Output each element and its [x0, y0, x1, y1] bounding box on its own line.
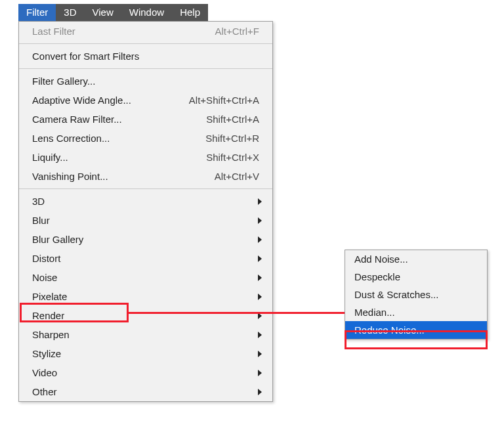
chevron-right-icon — [258, 351, 262, 357]
menu-item-blur-gallery[interactable]: Blur Gallery — [19, 230, 272, 249]
chevron-right-icon — [258, 370, 262, 376]
submenu-item-reduce-noise[interactable]: Reduce Noise... — [345, 321, 487, 339]
separator — [19, 68, 272, 69]
submenu-item-add-noise[interactable]: Add Noise... — [345, 250, 487, 268]
chevron-right-icon — [258, 217, 262, 224]
menubar-item-view[interactable]: View — [85, 4, 121, 21]
menu-item-stylize[interactable]: Stylize — [19, 344, 272, 363]
chevron-right-icon — [258, 236, 262, 243]
submenu-item-label: Median... — [354, 307, 395, 318]
menu-item-label: Pixelate — [32, 291, 67, 302]
menu-item-camera-raw-filter[interactable]: Camera Raw Filter...Shift+Ctrl+A — [19, 110, 272, 129]
menu-item-label: Camera Raw Filter... — [32, 114, 122, 125]
menu-item-vanishing-point[interactable]: Vanishing Point...Alt+Ctrl+V — [19, 167, 272, 186]
chevron-right-icon — [258, 294, 262, 300]
menu-item-label: Last Filter — [32, 26, 75, 37]
menubar: Filter3DViewWindowHelp — [18, 4, 208, 21]
menubar-item-3d[interactable]: 3D — [56, 4, 84, 21]
separator — [19, 188, 272, 189]
menu-item-lens-correction[interactable]: Lens Correction...Shift+Ctrl+R — [19, 129, 272, 148]
menu-item-label: Other — [32, 386, 57, 397]
menubar-item-window[interactable]: Window — [121, 4, 172, 21]
menu-item-distort[interactable]: Distort — [19, 249, 272, 268]
menu-item-blur[interactable]: Blur — [19, 211, 272, 230]
menu-item-video[interactable]: Video — [19, 363, 272, 382]
menu-item-label: Lens Correction... — [32, 133, 110, 144]
chevron-right-icon — [258, 255, 262, 262]
submenu-item-label: Dust & Scratches... — [354, 289, 438, 300]
menu-shortcut: Shift+Ctrl+R — [205, 133, 262, 144]
menu-item-liquify[interactable]: Liquify...Shift+Ctrl+X — [19, 148, 272, 167]
menu-item-convert-for-smart-filters[interactable]: Convert for Smart Filters — [19, 47, 272, 66]
menu-item-label: Liquify... — [32, 152, 68, 163]
submenu-item-despeckle[interactable]: Despeckle — [345, 268, 487, 286]
menu-item-label: 3D — [32, 196, 45, 207]
menu-item-label: Filter Gallery... — [32, 76, 95, 87]
menu-item-3d[interactable]: 3D — [19, 192, 272, 211]
menu-item-label: Noise — [32, 272, 57, 283]
chevron-right-icon — [258, 274, 262, 281]
menu-item-adaptive-wide-angle[interactable]: Adaptive Wide Angle...Alt+Shift+Ctrl+A — [19, 91, 272, 110]
filter-dropdown: Last FilterAlt+Ctrl+FConvert for Smart F… — [18, 21, 273, 402]
menu-item-label: Video — [32, 367, 57, 378]
menu-shortcut: Shift+Ctrl+A — [206, 114, 262, 125]
menu-item-sharpen[interactable]: Sharpen — [19, 325, 272, 344]
menu-item-render[interactable]: Render — [19, 306, 272, 325]
menu-shortcut: Shift+Ctrl+X — [206, 152, 262, 163]
separator — [19, 43, 272, 44]
menu-item-noise[interactable]: Noise — [19, 268, 272, 287]
menubar-item-filter[interactable]: Filter — [18, 4, 56, 21]
menu-shortcut: Alt+Ctrl+V — [215, 171, 262, 182]
menu-item-filter-gallery[interactable]: Filter Gallery... — [19, 72, 272, 91]
menubar-item-help[interactable]: Help — [172, 4, 208, 21]
chevron-right-icon — [258, 389, 262, 395]
menu-shortcut: Alt+Ctrl+F — [215, 26, 262, 37]
menu-item-pixelate[interactable]: Pixelate — [19, 287, 272, 306]
submenu-item-dust-scratches[interactable]: Dust & Scratches... — [345, 286, 487, 303]
menu-item-label: Blur Gallery — [32, 234, 83, 245]
submenu-item-median[interactable]: Median... — [345, 303, 487, 321]
submenu-item-label: Reduce Noise... — [354, 324, 425, 336]
chevron-right-icon — [258, 198, 262, 205]
menu-item-label: Sharpen — [32, 329, 70, 340]
submenu-item-label: Despeckle — [354, 271, 400, 282]
submenu-item-label: Add Noise... — [354, 253, 408, 265]
menu-item-label: Convert for Smart Filters — [32, 51, 139, 62]
chevron-right-icon — [258, 313, 262, 319]
menu-item-label: Render — [32, 310, 64, 321]
menu-item-label: Blur — [32, 215, 50, 226]
menu-item-last-filter: Last FilterAlt+Ctrl+F — [19, 22, 272, 41]
chevron-right-icon — [258, 332, 262, 338]
menu-item-label: Adaptive Wide Angle... — [32, 95, 131, 106]
noise-submenu: Add Noise...DespeckleDust & Scratches...… — [345, 250, 488, 339]
menu-shortcut: Alt+Shift+Ctrl+A — [189, 95, 262, 106]
menu-item-other[interactable]: Other — [19, 382, 272, 401]
menu-item-label: Distort — [32, 253, 60, 264]
menu-item-label: Stylize — [32, 348, 61, 359]
menu-item-label: Vanishing Point... — [32, 171, 108, 182]
